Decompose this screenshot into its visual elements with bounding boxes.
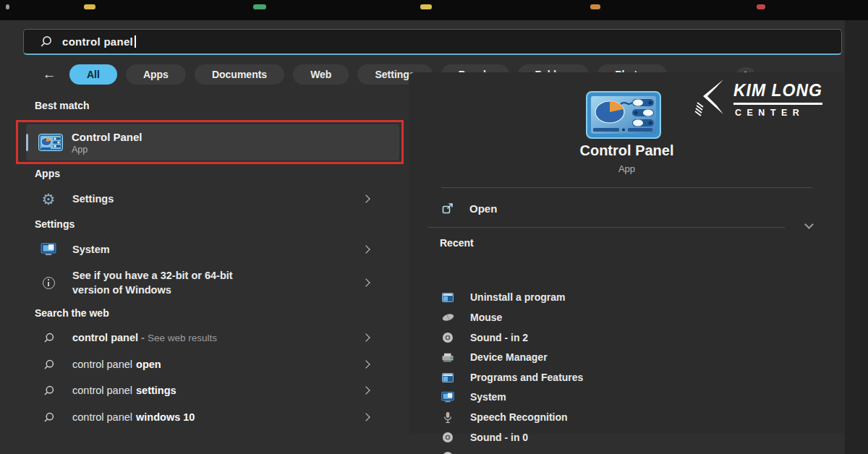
preview-title: Control Panel	[409, 142, 845, 159]
window-icon	[441, 293, 454, 302]
window-icon	[441, 373, 454, 382]
tab-web[interactable]: Web	[293, 64, 349, 85]
chevron-down-icon[interactable]	[804, 220, 814, 229]
chevron-right-icon[interactable]	[362, 360, 370, 368]
web-suggestion[interactable]: control panelwindows 10	[23, 406, 402, 428]
gear-icon: ⚙	[42, 192, 56, 207]
result-32bit-64bit[interactable]: See if you have a 32-bit or 64-bit versi…	[23, 265, 402, 301]
search-icon	[40, 35, 52, 48]
annotation-highlight-box	[16, 120, 404, 164]
recent-item[interactable]: Mouse	[441, 309, 502, 325]
text-caret	[135, 35, 136, 48]
section-header-settings: Settings	[35, 218, 75, 230]
chevron-right-icon[interactable]	[362, 333, 370, 341]
web-suggestion[interactable]: control panel - See web results	[23, 327, 402, 348]
watermark-logo: KIM LONG CENTER	[694, 78, 822, 120]
desktop-right-margin	[845, 20, 868, 454]
info-icon	[43, 277, 55, 289]
result-settings-app[interactable]: ⚙ Settings	[23, 185, 402, 213]
preview-panel: Control Panel App Open Recent Uninstall …	[409, 72, 845, 434]
result-system[interactable]: System	[23, 236, 402, 263]
search-bar[interactable]: control panel	[23, 29, 842, 55]
search-input[interactable]: control panel	[62, 35, 133, 48]
recent-item[interactable]: Sound - in 2	[441, 330, 528, 346]
tab-all[interactable]: All	[69, 64, 117, 85]
device-manager-icon	[441, 353, 454, 362]
open-icon	[441, 202, 454, 215]
result-label: System	[72, 242, 110, 257]
logo-mark-icon	[694, 78, 726, 120]
speaker-icon	[441, 451, 454, 454]
monitor-icon	[38, 243, 59, 256]
result-label-line2: version of Windows	[72, 283, 233, 297]
speaker-icon	[441, 332, 454, 343]
section-header-apps: Apps	[35, 168, 60, 179]
search-icon	[38, 385, 59, 396]
tab-apps[interactable]: Apps	[126, 64, 186, 85]
search-icon	[38, 412, 59, 423]
open-label: Open	[469, 202, 497, 215]
web-suggestion[interactable]: control panelsettings	[23, 380, 402, 401]
windows-search-flyout: control panel ← All Apps Documents Web S…	[0, 0, 868, 454]
control-panel-icon-large	[586, 91, 661, 142]
divider	[428, 227, 785, 228]
logo-line2: CENTER	[733, 108, 822, 118]
chevron-right-icon[interactable]	[362, 245, 370, 253]
speaker-icon	[441, 432, 454, 443]
section-header-best-match: Best match	[35, 100, 89, 111]
recent-item[interactable]: Sound - in 0	[441, 429, 528, 445]
recent-item[interactable]: System	[441, 389, 506, 405]
recent-item[interactable]: Speech Recognition	[441, 409, 568, 425]
tab-documents[interactable]: Documents	[195, 64, 284, 85]
open-action[interactable]: Open	[441, 199, 497, 218]
chevron-right-icon[interactable]	[362, 278, 370, 286]
recent-item[interactable]: Device Manager	[441, 349, 548, 365]
desktop-top-strip	[0, 0, 868, 20]
search-icon	[38, 359, 59, 370]
divider	[441, 187, 812, 188]
web-suggestion[interactable]: control panelopen	[23, 354, 402, 375]
back-arrow-icon[interactable]: ←	[38, 67, 61, 82]
preview-subtitle: App	[409, 163, 845, 174]
chevron-right-icon[interactable]	[362, 413, 370, 421]
result-label: Settings	[72, 192, 114, 206]
chevron-right-icon[interactable]	[362, 386, 370, 394]
recent-header: Recent	[440, 237, 474, 249]
search-icon	[38, 333, 59, 343]
monitor-icon	[441, 391, 454, 403]
mouse-icon	[441, 313, 454, 322]
recent-item[interactable]: Uninstall a program	[441, 289, 565, 305]
logo-line1: KIM LONG	[733, 81, 822, 105]
microphone-icon	[441, 411, 454, 424]
chevron-right-icon[interactable]	[362, 194, 370, 202]
recent-item-partial[interactable]	[441, 449, 454, 454]
result-label-line1: See if you have a 32-bit or 64-bit	[72, 270, 233, 281]
recent-item[interactable]: Programs and Features	[441, 369, 583, 385]
section-header-web: Search the web	[35, 307, 109, 319]
